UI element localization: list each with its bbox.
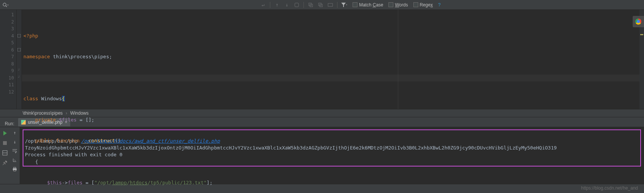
code-editor[interactable]: 1 2 3 4 5 6 7 8 9 10 11 12 - - ┘ ┘ <?php…: [0, 10, 644, 109]
match-case-checkbox[interactable]: Match Case: [353, 2, 383, 8]
svg-rect-12: [14, 170, 16, 171]
newline-icon[interactable]: ↵: [259, 1, 267, 9]
code-area[interactable]: <?php namespace think\process\pipes; cla…: [22, 10, 644, 109]
run-toolwindow-label: Run:: [0, 121, 17, 126]
add-selection-icon[interactable]: [307, 1, 314, 9]
browser-preview-icon[interactable]: [633, 16, 644, 27]
svg-rect-7: [328, 3, 333, 6]
search-icon[interactable]: ▾: [2, 1, 10, 9]
rerun-button[interactable]: [2, 130, 8, 136]
console-line: Process finished with exit code 0: [25, 152, 122, 157]
run-toolwindow: ↑ ↓ /opt/lampp/bin/php /opt/lampp/htdocs…: [0, 127, 644, 184]
scroll-down-icon[interactable]: ↓: [11, 139, 18, 145]
stop-button[interactable]: [2, 140, 8, 146]
layout-settings-icon[interactable]: [2, 150, 8, 156]
fold-gutter[interactable]: - - ┘ ┘: [17, 10, 22, 109]
remove-selection-icon[interactable]: [317, 1, 324, 9]
run-left-toolbar: [0, 127, 10, 184]
prev-match-icon[interactable]: ↑: [273, 1, 281, 9]
search-help-icon[interactable]: ?: [438, 2, 441, 8]
fold-toggle-icon[interactable]: -: [17, 48, 21, 51]
regex-checkbox[interactable]: Regex: [413, 2, 433, 8]
pin-icon[interactable]: [2, 160, 8, 166]
svg-rect-11: [14, 167, 16, 168]
find-bar: ▾ ↵ ↑ ↓ ▾ Match Case Wo: [0, 0, 644, 10]
run-console-toolbar: ↑ ↓: [10, 127, 20, 184]
select-all-icon[interactable]: [293, 1, 300, 9]
scroll-up-icon[interactable]: ↑: [11, 129, 18, 136]
search-input[interactable]: [10, 1, 146, 9]
svg-point-0: [3, 3, 6, 6]
console-line: TzoyNzoidGhpbmtccHJvY2Vzc1xwaXBlc1xXaW5k…: [25, 145, 557, 151]
chrome-icon: [635, 19, 641, 25]
next-match-icon[interactable]: ↓: [283, 1, 291, 9]
run-console[interactable]: /opt/lampp/bin/php /opt/lampp/htdocs/awd…: [20, 127, 644, 184]
words-checkbox[interactable]: Words: [388, 2, 408, 8]
select-all-occurrences-icon[interactable]: [327, 1, 334, 9]
print-icon[interactable]: [11, 166, 18, 173]
line-number-gutter: 1 2 3 4 5 6 7 8 9 10 11 12: [0, 10, 17, 109]
soft-wrap-icon[interactable]: [11, 148, 18, 154]
svg-rect-2: [295, 3, 299, 7]
scroll-to-end-icon[interactable]: [11, 157, 18, 163]
fold-toggle-icon[interactable]: -: [17, 34, 21, 37]
filter-icon[interactable]: ▾: [340, 1, 348, 9]
